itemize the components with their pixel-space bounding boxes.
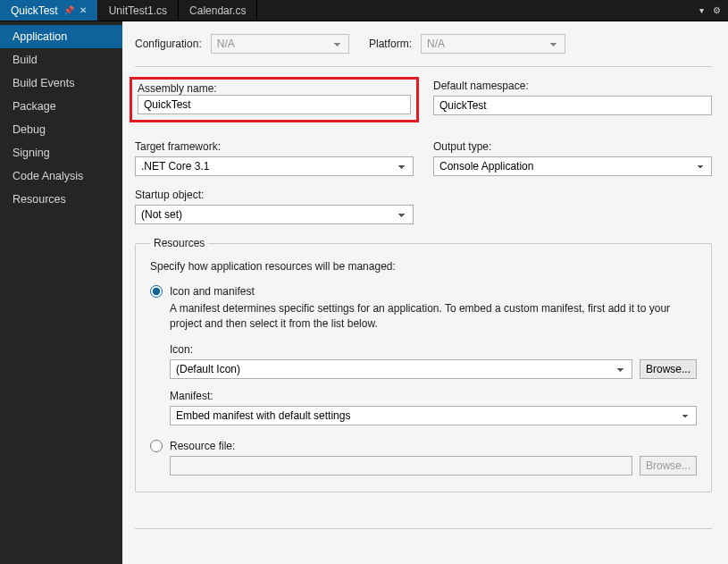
icon-manifest-label: Icon and manifest: [170, 285, 255, 298]
dropdown-icon[interactable]: ▾: [699, 5, 704, 15]
resource-file-browse-button: Browse...: [640, 456, 697, 476]
close-icon[interactable]: ✕: [79, 5, 87, 15]
startup-object-label: Startup object:: [135, 189, 414, 201]
bottom-divider: [135, 528, 712, 529]
sidebar-item-build-events[interactable]: Build Events: [0, 72, 122, 95]
pin-icon[interactable]: 📌: [63, 5, 74, 15]
tab-calendar[interactable]: Calendar.cs: [179, 0, 257, 21]
resource-file-radio[interactable]: [150, 440, 163, 452]
tab-label: QuickTest: [11, 4, 58, 17]
sidebar-item-package[interactable]: Package: [0, 95, 122, 118]
gear-icon[interactable]: ⚙: [713, 5, 721, 15]
sidebar-item-application[interactable]: Application: [0, 25, 122, 48]
assembly-name-label: Assembly name:: [138, 82, 217, 95]
sidebar-item-resources[interactable]: Resources: [0, 188, 122, 211]
icon-label: Icon:: [170, 343, 697, 356]
manifest-label: Manifest:: [170, 390, 697, 402]
sidebar-item-build[interactable]: Build: [0, 48, 122, 72]
default-namespace-label: Default namespace:: [433, 80, 712, 92]
application-page: Configuration: N/A Platform: N/A: [122, 21, 728, 564]
icon-select[interactable]: (Default Icon): [170, 359, 632, 379]
startup-object-select[interactable]: (Not set): [135, 205, 414, 224]
document-tabbar: QuickTest 📌 ✕ UnitTest1.cs Calendar.cs ▾…: [0, 0, 728, 21]
output-type-select[interactable]: Console Application: [433, 156, 712, 176]
sidebar-item-debug[interactable]: Debug: [0, 118, 122, 141]
icon-browse-button[interactable]: Browse...: [640, 359, 697, 379]
resources-description: Specify how application resources will b…: [150, 260, 697, 273]
manifest-select[interactable]: Embed manifest with default settings: [170, 406, 697, 425]
resource-file-label: Resource file:: [170, 440, 235, 452]
tab-quicktest[interactable]: QuickTest 📌 ✕: [0, 0, 98, 21]
tab-label: UnitTest1.cs: [109, 4, 167, 17]
assembly-name-highlight: Assembly name:: [130, 77, 419, 122]
platform-label: Platform:: [369, 38, 412, 50]
tab-unittest1[interactable]: UnitTest1.cs: [98, 0, 179, 21]
tab-label: Calendar.cs: [189, 4, 246, 17]
icon-manifest-radio[interactable]: [150, 285, 163, 298]
assembly-name-input[interactable]: [138, 95, 411, 114]
target-framework-label: Target framework:: [135, 140, 414, 153]
platform-select: N/A: [421, 34, 565, 54]
sidebar-item-code-analysis[interactable]: Code Analysis: [0, 164, 122, 188]
output-type-label: Output type:: [433, 140, 712, 153]
project-properties-sidebar: Application Build Build Events Package D…: [0, 21, 122, 564]
resource-file-input: [170, 456, 632, 476]
icon-manifest-description: A manifest determines specific settings …: [170, 301, 697, 333]
configuration-label: Configuration:: [135, 38, 202, 50]
target-framework-select[interactable]: .NET Core 3.1: [135, 156, 414, 176]
configuration-select: N/A: [211, 34, 349, 54]
resources-group: Resources Specify how application resour…: [135, 237, 712, 492]
resources-legend: Resources: [150, 237, 208, 249]
default-namespace-input[interactable]: [433, 96, 712, 115]
sidebar-item-signing[interactable]: Signing: [0, 141, 122, 164]
